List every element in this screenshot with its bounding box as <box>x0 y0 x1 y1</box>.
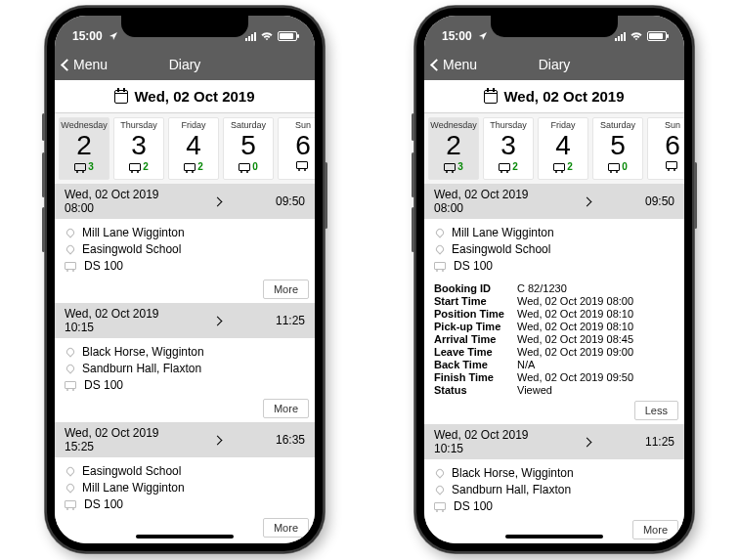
day-cell[interactable]: Friday42 <box>538 117 588 180</box>
booking-start: Wed, 02 Oct 201908:00 <box>434 188 529 216</box>
booking-info-text: Black Horse, Wigginton <box>82 345 204 359</box>
booking-info-text: DS 100 <box>84 378 123 392</box>
detail-value: Wed, 02 Oct 2019 08:10 <box>517 308 633 320</box>
booking-info-row: DS 100 <box>65 259 305 273</box>
booking-start: Wed, 02 Oct 201910:15 <box>65 307 159 335</box>
booking-info-row: Easingwold School <box>65 464 305 478</box>
day-cell[interactable]: Sun6 <box>278 117 315 180</box>
chevron-right-icon <box>212 435 222 445</box>
detail-label: Leave Time <box>434 346 517 358</box>
booking-info-row: Sandburn Hall, Flaxton <box>434 483 674 496</box>
date-header[interactable]: Wed, 02 Oct 2019 <box>55 80 315 113</box>
day-name: Sun <box>295 120 311 130</box>
booking-end: 11:25 <box>645 435 674 449</box>
day-count: 0 <box>252 161 258 172</box>
bookings-list[interactable]: Wed, 02 Oct 201908:0009:50Mill Lane Wigg… <box>55 184 315 543</box>
more-button[interactable]: More <box>263 280 309 299</box>
day-cell[interactable]: Friday42 <box>168 117 219 180</box>
day-name: Saturday <box>600 120 635 130</box>
bus-icon <box>434 262 446 270</box>
booking-info-text: Easingwold School <box>452 242 550 256</box>
location-arrow-icon <box>476 31 490 41</box>
detail-row: Leave TimeWed, 02 Oct 2019 09:00 <box>434 346 674 358</box>
booking-info-text: Sandburn Hall, Flaxton <box>82 362 201 375</box>
back-button[interactable]: Menu <box>63 57 108 72</box>
bus-icon <box>239 163 250 171</box>
day-cell[interactable]: Saturday50 <box>223 117 274 180</box>
booking-action-row: More <box>424 518 684 543</box>
booking-body: Black Horse, WiggintonSandburn Hall, Fla… <box>55 338 315 397</box>
notch <box>121 16 248 37</box>
booking-body: Mill Lane WiggintonEasingwold SchoolDS 1… <box>55 219 315 278</box>
day-number: 2 <box>76 132 92 159</box>
less-button[interactable]: Less <box>634 401 678 420</box>
chevron-right-icon <box>212 316 222 325</box>
day-meta: 2 <box>129 161 149 172</box>
booking-action-row: Less <box>424 399 684 424</box>
location-arrow-icon <box>107 31 120 41</box>
wifi-icon <box>630 31 643 41</box>
date-header-text: Wed, 02 Oct 2019 <box>134 88 254 105</box>
booking-info-row: Sandburn Hall, Flaxton <box>65 362 305 375</box>
home-indicator[interactable] <box>136 535 234 538</box>
detail-label: Finish Time <box>434 371 517 383</box>
bus-icon <box>296 161 308 169</box>
bus-icon <box>434 502 446 510</box>
booking-header[interactable]: Wed, 02 Oct 201908:0009:50 <box>55 184 315 219</box>
day-meta: 2 <box>499 161 518 172</box>
day-number: 3 <box>131 132 147 159</box>
more-button[interactable]: More <box>632 520 678 539</box>
back-label: Menu <box>443 57 477 72</box>
more-button[interactable]: More <box>263 518 309 538</box>
more-button[interactable]: More <box>263 399 309 418</box>
booking-info-text: Black Horse, Wigginton <box>452 466 574 480</box>
day-cell[interactable]: Thursday32 <box>483 117 534 180</box>
day-strip[interactable]: Wednesday23Thursday32Friday42Saturday50S… <box>55 113 315 184</box>
day-meta <box>296 161 310 169</box>
day-strip[interactable]: Wednesday23Thursday32Friday42Saturday50S… <box>424 113 684 184</box>
home-indicator[interactable] <box>505 535 603 538</box>
day-number: 3 <box>500 132 516 159</box>
map-pin-icon <box>65 346 75 357</box>
booking-header[interactable]: Wed, 02 Oct 201908:0009:50 <box>424 184 684 219</box>
booking-info-text: Sandburn Hall, Flaxton <box>452 483 571 496</box>
day-cell[interactable]: Thursday32 <box>113 117 164 180</box>
date-header[interactable]: Wed, 02 Oct 2019 <box>424 80 684 113</box>
day-cell[interactable]: Saturday50 <box>592 117 643 180</box>
detail-row: StatusViewed <box>434 384 674 396</box>
bus-icon <box>65 500 76 508</box>
detail-value: C 82/1230 <box>517 282 567 294</box>
map-pin-icon <box>434 243 445 254</box>
booking-header[interactable]: Wed, 02 Oct 201910:1511:25 <box>424 424 684 459</box>
day-cell[interactable]: Wednesday23 <box>428 117 479 180</box>
detail-row: Booking IDC 82/1230 <box>434 282 674 294</box>
day-number: 4 <box>186 132 201 159</box>
day-meta: 3 <box>444 161 463 172</box>
bus-icon <box>74 163 86 171</box>
booking-info-text: DS 100 <box>84 497 123 511</box>
bookings-list[interactable]: Wed, 02 Oct 201908:0009:50Mill Lane Wigg… <box>424 184 684 543</box>
map-pin-icon <box>65 465 75 476</box>
back-button[interactable]: Menu <box>432 57 477 72</box>
day-cell[interactable]: Sun6 <box>647 117 684 180</box>
booking-header[interactable]: Wed, 02 Oct 201910:1511:25 <box>55 303 315 338</box>
booking-info-row: DS 100 <box>434 259 674 273</box>
chevron-right-icon <box>212 196 222 206</box>
day-meta <box>666 161 679 169</box>
booking-info-text: Easingwold School <box>82 242 181 256</box>
bus-icon <box>666 161 677 169</box>
phone-right: 15:00 Menu Diary Wed, 02 Oct 2019 Wednes… <box>414 6 694 553</box>
booking-header[interactable]: Wed, 02 Oct 201915:2516:35 <box>55 422 315 457</box>
back-label: Menu <box>73 57 108 72</box>
detail-row: Position TimeWed, 02 Oct 2019 08:10 <box>434 308 674 320</box>
booking-end: 16:35 <box>276 433 305 447</box>
detail-row: Start TimeWed, 02 Oct 2019 08:00 <box>434 295 674 307</box>
nav-bar: Menu Diary <box>55 49 315 80</box>
booking-info-row: Easingwold School <box>434 242 674 256</box>
booking-info-text: Easingwold School <box>82 464 181 478</box>
bus-icon <box>129 163 141 171</box>
day-cell[interactable]: Wednesday23 <box>59 117 109 180</box>
detail-row: Arrival TimeWed, 02 Oct 2019 08:45 <box>434 333 674 345</box>
day-number: 4 <box>555 132 571 159</box>
booking-info-row: Black Horse, Wigginton <box>65 345 305 359</box>
